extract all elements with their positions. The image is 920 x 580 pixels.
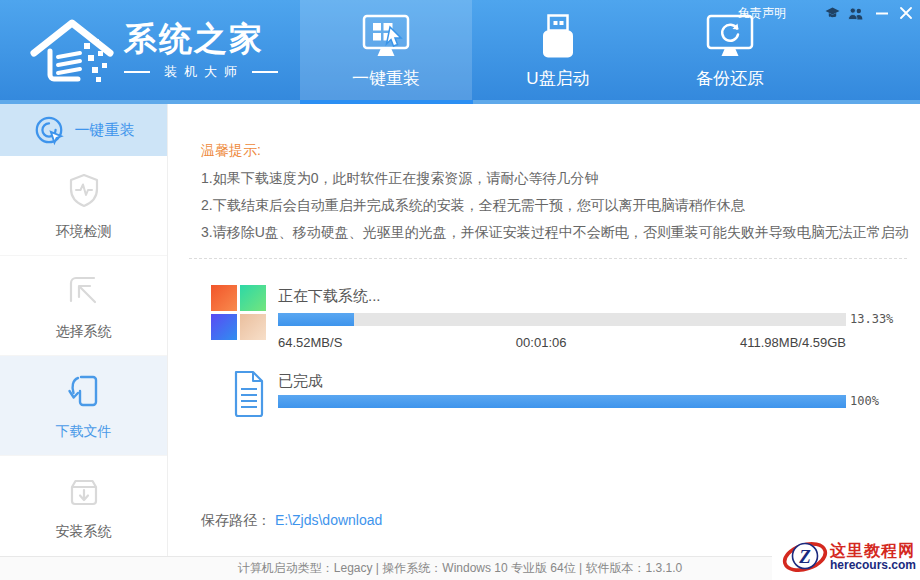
completed-label: 已完成 [278, 372, 323, 391]
monitor-windows-icon [360, 9, 412, 65]
install-box-icon [64, 471, 104, 511]
tab-label: 备份还原 [696, 67, 764, 90]
close-icon[interactable] [898, 6, 914, 20]
download-percent: 13.33% [850, 312, 893, 326]
sidebar-item-label: 下载文件 [56, 423, 112, 441]
shield-pulse-icon [64, 171, 104, 211]
dashed-divider [189, 258, 907, 259]
brand-subtitle: 装机大师 [124, 63, 278, 81]
usb-drive-icon [532, 9, 584, 65]
sidebar-item-onekey-reinstall[interactable]: 一键重装 [0, 104, 167, 156]
main-content: 温馨提示: 1.如果下载速度为0，此时软件正在搜索资源，请耐心等待几分钟 2.下… [169, 104, 920, 556]
completed-percent: 100% [850, 394, 879, 408]
watermark-z-logo-icon: Z [782, 536, 828, 578]
header: 系统之家 装机大师 [0, 0, 920, 100]
onekey-target-icon [33, 114, 65, 146]
save-path-row: 保存路径： E:\Zjds\download [201, 512, 382, 530]
download-speed: 64.52MB/S [278, 335, 342, 350]
tab-label: 一键重装 [352, 67, 420, 90]
download-progress-bar [278, 313, 846, 326]
watermark-domain: herecours.com [830, 559, 916, 572]
sidebar-item-label: 选择系统 [56, 323, 112, 341]
svg-text:Z: Z [798, 546, 811, 567]
download-file-icon [64, 371, 104, 411]
tab-onekey-reinstall[interactable]: 一键重装 [300, 0, 472, 100]
download-stats: 64.52MB/S 00:01:06 411.98MB/4.59GB [278, 335, 846, 350]
house-logo-icon [26, 13, 118, 87]
select-cursor-icon [64, 271, 104, 311]
brand-logo: 系统之家 装机大师 [26, 6, 296, 94]
titlebar-controls: 免责声明 [738, 5, 914, 21]
tips-title: 温馨提示: [201, 142, 261, 160]
completed-progress-bar [278, 395, 846, 408]
service-hat-icon[interactable] [824, 6, 840, 20]
user-group-icon[interactable] [848, 6, 864, 20]
status-bar-text: 计算机启动类型：Legacy | 操作系统：Windows 10 专业版 64位… [238, 560, 682, 577]
disclaimer-link[interactable]: 免责声明 [738, 5, 786, 22]
tip-line: 1.如果下载速度为0，此时软件正在搜索资源，请耐心等待几分钟 [201, 170, 598, 188]
brand-name: 系统之家 [124, 19, 278, 59]
sidebar-item-label: 安装系统 [56, 523, 112, 541]
sidebar-item-env-check[interactable]: 环境检测 [0, 156, 167, 256]
document-icon [233, 370, 265, 418]
save-path-label: 保存路径： [201, 512, 271, 528]
app-window: 系统之家 装机大师 [0, 0, 920, 580]
sidebar-item-install-system[interactable]: 安装系统 [0, 456, 167, 556]
sidebar: 一键重装 环境检测 选择系统 下载文件 [0, 104, 168, 556]
watermark: Z 这里教程网 herecours.com [772, 534, 920, 580]
minimize-icon[interactable] [874, 6, 890, 20]
tab-label: U盘启动 [526, 67, 589, 90]
sidebar-item-label: 环境检测 [56, 223, 112, 241]
sidebar-item-label: 一键重装 [75, 121, 135, 140]
save-path-link[interactable]: E:\Zjds\download [275, 512, 382, 528]
download-size: 411.98MB/4.59GB [740, 335, 846, 350]
download-status-label: 正在下载系统... [278, 287, 381, 306]
tab-usb-boot[interactable]: U盘启动 [472, 0, 644, 100]
download-elapsed: 00:01:06 [516, 335, 567, 350]
windows-logo-icon [211, 285, 266, 340]
watermark-name: 这里教程网 [830, 542, 916, 560]
tip-line: 2.下载结束后会自动重启并完成系统的安装，全程无需干预，您可以离开电脑请稍作休息 [201, 197, 745, 215]
sidebar-item-select-system[interactable]: 选择系统 [0, 256, 167, 356]
sidebar-item-download-file[interactable]: 下载文件 [0, 356, 167, 456]
tip-line: 3.请移除U盘、移动硬盘、光驱里的光盘，并保证安装过程中不会断电，否则重装可能失… [201, 224, 909, 242]
